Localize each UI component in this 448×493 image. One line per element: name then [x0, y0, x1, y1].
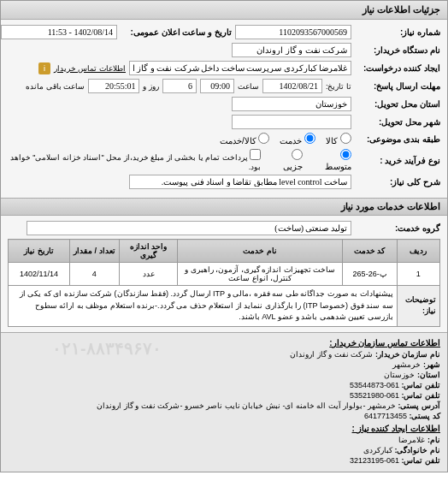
- need-title-input[interactable]: [129, 175, 351, 189]
- announce-input[interactable]: [1, 25, 117, 39]
- radio-jozei[interactable]: [292, 149, 303, 160]
- c-phone2-label: تلفن تماس:: [402, 456, 441, 465]
- th-name: نام خدمت: [178, 240, 342, 263]
- service-group-label: گروه خدمت:: [355, 223, 440, 233]
- process-note-wrap[interactable]: پرداخت تمام یا بخشی از مبلغ خرید،از محل …: [8, 149, 261, 171]
- services-table: ردیف کد خدمت نام خدمت واحد اندازه گیری ت…: [8, 239, 440, 327]
- th-unit: واحد اندازه گیری: [119, 240, 178, 263]
- c-city-label: شهر:: [423, 360, 440, 369]
- radio-khadmat[interactable]: [304, 133, 315, 144]
- deadline-time-input[interactable]: [200, 79, 234, 93]
- cell-unit: عدد: [119, 263, 178, 286]
- th-qty: تعداد / مقدار: [69, 240, 119, 263]
- cell-qty: 4: [69, 263, 119, 286]
- request-no-label: شماره نیاز:: [355, 27, 440, 37]
- c-postcode-label: کد پستی:: [410, 412, 441, 420]
- creator-input[interactable]: [129, 61, 351, 75]
- th-date: تاریخ نیاز: [9, 240, 70, 263]
- radio-both-wrap[interactable]: کالا/خدمت: [220, 133, 270, 146]
- c-phone2-value: 061-32123195: [350, 456, 399, 465]
- org-label: نام سازمان خریدار:: [375, 350, 440, 359]
- days-remain-input[interactable]: [162, 79, 197, 93]
- radio-kala-label: کالا: [326, 136, 338, 146]
- contact-title-2: اطلاعات ایجاد کننده نیاز :: [8, 424, 440, 433]
- creator-label: ایجاد کننده درخواست:: [355, 63, 440, 73]
- org-value: شرکت نفت و گاز اروندان: [290, 350, 373, 359]
- process-note-text: پرداخت تمام یا بخشی از مبلغ خرید،از محل …: [10, 153, 262, 171]
- announce-label: تاریخ و ساعت اعلان عمومی:: [121, 27, 232, 37]
- radio-jozei-wrap[interactable]: جزیی: [271, 149, 303, 171]
- process-note-check[interactable]: [250, 149, 261, 160]
- deadline-date-input[interactable]: [262, 79, 322, 93]
- th-idx: ردیف: [397, 240, 439, 263]
- c-postcode-value: 6417713455: [364, 412, 407, 420]
- c-phone-label: تلفن تماس:: [402, 381, 441, 389]
- info-icon[interactable]: i: [38, 62, 50, 74]
- c-postal-value: خرمشهر -بولوار آیت اله خامنه ای- نبش خیا…: [97, 401, 396, 410]
- radio-kala[interactable]: [340, 133, 351, 144]
- process-label: نوع فرآیند خرید :: [355, 156, 440, 165]
- c-city-value: خرمشهر: [392, 360, 421, 369]
- cell-idx: 1: [397, 263, 439, 286]
- buyer-dev-label: نام دستگاه خریدار:: [355, 45, 440, 55]
- radio-metosat[interactable]: [340, 149, 351, 160]
- c-fax-value: 061-53521980: [350, 391, 399, 400]
- c-province-value: خوزستان: [384, 371, 415, 379]
- cell-date: 1402/11/14: [9, 263, 70, 286]
- contact-title-1: اطلاعات تماس سازمان خریدار:: [8, 338, 440, 347]
- time-label-1: ساعت: [238, 82, 259, 91]
- service-group-input[interactable]: [27, 221, 351, 235]
- c-phone-value: 061-53544873: [350, 381, 399, 389]
- need-title-label: شرح کلی نیاز:: [355, 177, 440, 187]
- cell-name: ساخت تجهیزات اندازه گیری، آزمون، راهبری …: [178, 263, 342, 286]
- services-header: اطلاعات خدمات مورد نیاز: [1, 198, 447, 216]
- cell-code: پ-26-265: [342, 263, 397, 286]
- c-name-value: غلامرضا: [398, 436, 425, 444]
- province-input[interactable]: [232, 97, 351, 111]
- desc-label: توضیحات نیاز:: [397, 286, 439, 327]
- radio-both[interactable]: [258, 133, 269, 144]
- province-label: استان محل تحویل:: [355, 99, 440, 109]
- remain-time-input[interactable]: [88, 79, 139, 93]
- radio-khadmat-wrap[interactable]: خدمت: [280, 133, 315, 146]
- buyer-dev-input[interactable]: [232, 43, 351, 57]
- radio-kala-wrap[interactable]: کالا: [326, 133, 351, 146]
- radio-both-label: کالا/خدمت: [220, 136, 256, 146]
- table-row: 1 پ-26-265 ساخت تجهیزات اندازه گیری، آزم…: [9, 263, 440, 286]
- th-code: کد خدمت: [342, 240, 397, 263]
- desc-text: پیشنهادات به صورت جداگانه طی سه فقره ،ما…: [9, 286, 398, 327]
- city-label: شهر محل تحویل:: [355, 117, 440, 127]
- radio-jozei-label: جزیی: [283, 162, 303, 171]
- c-postal-label: آدرس پستی:: [398, 401, 441, 410]
- c-family-value: کبارکردی: [363, 446, 392, 454]
- to-date-label: تا تاریخ:: [326, 82, 351, 91]
- request-no-input[interactable]: [235, 25, 351, 39]
- desc-row: توضیحات نیاز: پیشنهادات به صورت جداگانه …: [9, 286, 440, 327]
- main-header: جزئیات اطلاعات نیاز: [1, 1, 447, 20]
- radio-khadmat-label: خدمت: [280, 136, 302, 146]
- day-label: روز و: [143, 82, 159, 91]
- radio-metosat-wrap[interactable]: متوسط: [313, 149, 351, 171]
- contact-link[interactable]: اطلاعات تماس خریدار: [54, 64, 126, 73]
- c-fax-label: تلفن تماس:: [402, 391, 441, 400]
- city-input[interactable]: [232, 115, 351, 129]
- type-label: طبقه بندی موضوعی:: [355, 134, 440, 144]
- radio-metosat-label: متوسط: [325, 162, 351, 171]
- c-name-label: نام:: [427, 436, 440, 444]
- remain-label: ساعت باقی مانده: [26, 82, 85, 91]
- c-province-label: استان:: [417, 371, 440, 379]
- c-family-label: نام خانوادگی:: [395, 446, 441, 454]
- deadline-label: مهلت ارسال پاسخ:: [355, 81, 440, 91]
